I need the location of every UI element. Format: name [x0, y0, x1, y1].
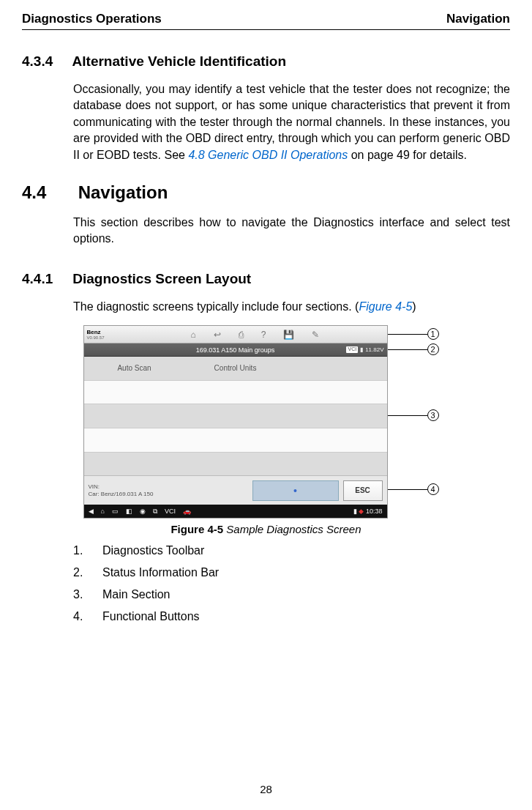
list-item: 4.Functional Buttons [73, 610, 510, 623]
figure-4-5: Benz V0.90.57 ⌂ ↩ ⎙ ? 💾 ✎ 169.031 A150 M… [22, 325, 510, 519]
text-run: ) [412, 300, 416, 313]
header-left: Diagnostics Operations [22, 12, 162, 26]
text-run: The diagnostic screens typically include… [73, 300, 359, 313]
vehicle-brand: Benz [87, 329, 101, 335]
screenshot-nav-icon[interactable]: ⧉ [153, 508, 157, 516]
app-nav-icon[interactable]: ◧ [126, 508, 132, 516]
list-index: 1. [73, 544, 102, 557]
empty-cell [286, 357, 387, 380]
action-button[interactable]: • [252, 480, 339, 501]
control-units-button[interactable]: Control Units [185, 357, 286, 380]
heading-number: 4.3.4 [22, 53, 69, 70]
caption-label: Figure 4-5 [171, 523, 223, 535]
vci-nav-label: VCI [165, 508, 176, 516]
list-text: Diagnostics Toolbar [102, 544, 204, 557]
heading-4-4: 4.4 Navigation [22, 182, 510, 203]
recent-nav-icon[interactable]: ▭ [112, 508, 119, 516]
list-index: 2. [73, 566, 102, 579]
battery-voltage: 11.82V [365, 346, 383, 353]
save-icon[interactable]: 💾 [283, 330, 294, 340]
list-index: 3. [73, 588, 102, 601]
back-nav-icon[interactable]: ◀ [89, 508, 94, 516]
esc-button[interactable]: ESC [343, 480, 383, 501]
heading-text: Navigation [78, 182, 168, 202]
header-right: Navigation [446, 12, 510, 26]
diagnostics-screenshot: Benz V0.90.57 ⌂ ↩ ⎙ ? 💾 ✎ 169.031 A150 M… [83, 325, 388, 519]
home-icon[interactable]: ⌂ [191, 330, 196, 340]
heading-4-3-4: 4.3.4 Alternative Vehicle Identification [22, 53, 510, 70]
main-section: Auto Scan Control Units [84, 357, 387, 475]
list-index: 4. [73, 610, 102, 623]
list-item: 2.Status Information Bar [73, 566, 510, 579]
callout-1: 1 [427, 328, 439, 340]
page-header: Diagnostics Operations Navigation [22, 0, 510, 30]
heading-text: Alternative Vehicle Identification [72, 53, 286, 69]
car-label: Car: Benz/169.031 A 150 [89, 491, 252, 498]
paragraph-4-4: This section describes how to navigate t… [73, 215, 510, 248]
heading-text: Diagnostics Screen Layout [72, 271, 251, 286]
heading-number: 4.4.1 [22, 271, 69, 287]
page-number: 28 [0, 783, 532, 795]
text-run: on page 49 for details. [348, 149, 467, 161]
layout-sections-list: 1.Diagnostics Toolbar 2.Status Informati… [73, 544, 510, 623]
diagnostics-toolbar: Benz V0.90.57 ⌂ ↩ ⎙ ? 💾 ✎ [84, 326, 387, 343]
list-text: Status Information Bar [102, 566, 219, 579]
list-text: Functional Buttons [102, 610, 200, 623]
home-nav-icon[interactable]: ⌂ [101, 508, 105, 516]
status-title: 169.031 A150 Main groups [196, 346, 275, 354]
print-icon[interactable]: ⎙ [239, 330, 244, 340]
heading-number: 4.4 [22, 182, 73, 203]
callout-4: 4 [427, 483, 439, 495]
camera-nav-icon[interactable]: ◉ [140, 508, 146, 516]
system-time: ▮ ◆ 10:38 [353, 508, 383, 515]
battery-icon: ▮ [360, 346, 363, 353]
functional-buttons-bar: VIN: Car: Benz/169.031 A 150 • ESC [84, 475, 387, 505]
back-icon[interactable]: ↩ [214, 330, 221, 340]
status-information-bar: 169.031 A150 Main groups VCI ▮ 11.82V [84, 343, 387, 357]
callout-line [388, 349, 427, 350]
help-icon[interactable]: ? [261, 330, 266, 340]
figure-caption: Figure 4-5 Sample Diagnostics Screen [22, 523, 510, 535]
android-system-bar: ◀ ⌂ ▭ ◧ ◉ ⧉ VCI 🚗 ▮ ◆ 10:38 [84, 505, 387, 518]
caption-text: Sample Diagnostics Screen [223, 523, 361, 535]
callout-line [388, 489, 427, 490]
list-item: 1.Diagnostics Toolbar [73, 544, 510, 557]
edit-icon[interactable]: ✎ [312, 330, 319, 340]
paragraph-4-4-1: The diagnostic screens typically include… [73, 299, 510, 315]
battery-indicator: VCI ▮ 11.82V [346, 346, 383, 353]
vci-tag: VCI [346, 346, 358, 352]
list-item: 3.Main Section [73, 588, 510, 601]
version-label: V0.90.57 [87, 335, 124, 340]
callout-3: 3 [427, 409, 439, 421]
car-nav-icon[interactable]: 🚗 [183, 508, 191, 516]
vin-label: VIN: [89, 483, 252, 491]
list-text: Main Section [102, 588, 171, 601]
figure-ref-link[interactable]: Figure 4-5 [359, 300, 412, 313]
callout-2: 2 [427, 343, 439, 355]
callout-line [388, 334, 427, 335]
callout-line [388, 415, 427, 416]
paragraph-4-3-4: Occasionally, you may identify a test ve… [73, 81, 510, 163]
cross-ref-link[interactable]: 4.8 Generic OBD II Operations [188, 149, 348, 161]
heading-4-4-1: 4.4.1 Diagnostics Screen Layout [22, 271, 510, 287]
auto-scan-button[interactable]: Auto Scan [84, 357, 185, 380]
